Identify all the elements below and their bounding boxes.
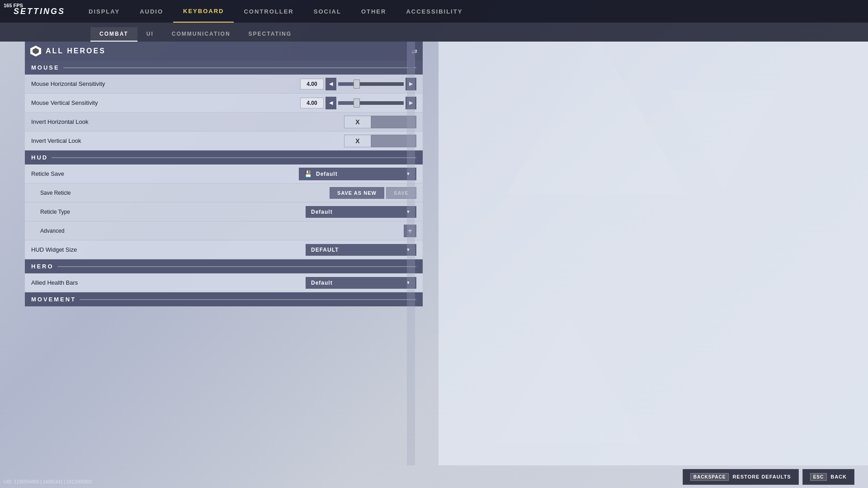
hero-section-title: HERO <box>31 263 54 270</box>
mouse-h-slider[interactable] <box>338 82 404 86</box>
settings-panel: MOUSE Mouse Horizontal Sensitivity 4.00 … <box>25 61 423 306</box>
reticle-type-label: Reticle Type <box>31 209 306 215</box>
reticle-type-row: Reticle Type Default ▼ <box>25 202 423 221</box>
top-navigation: SETTINGS DISPLAY AUDIO KEYBOARD CONTROLL… <box>0 0 868 23</box>
mouse-v-value: 4.00 <box>300 98 324 108</box>
movement-section-line <box>80 299 416 300</box>
scrollbar[interactable] <box>407 42 415 465</box>
hero-title: ALL HEROES <box>46 47 407 55</box>
sub-tabs: COMBAT UI COMMUNICATION SPECTATING <box>0 23 868 42</box>
mouse-h-value: 4.00 <box>300 79 324 89</box>
nav-item-other[interactable]: OTHER <box>351 0 396 23</box>
nav-item-social[interactable]: SOCIAL <box>304 0 351 23</box>
scrollbar-thumb[interactable] <box>408 42 414 69</box>
hero-section-line <box>57 266 416 267</box>
allied-health-bars-row: Allied Health Bars Default ▼ <box>25 273 423 292</box>
nav-items: DISPLAY AUDIO KEYBOARD CONTROLLER SOCIAL… <box>79 0 472 23</box>
nav-item-keyboard[interactable]: KEYBOARD <box>173 0 234 23</box>
save-reticle-row: Save Reticle SAVE AS NEW SAVE <box>25 183 423 202</box>
reticle-save-label: Reticle Save <box>31 170 299 177</box>
mouse-horizontal-sensitivity-control: 4.00 ◀ ▶ <box>300 78 416 90</box>
hud-widget-size-value: DEFAULT <box>311 247 402 253</box>
nav-item-display[interactable]: DISPLAY <box>79 0 130 23</box>
right-panel <box>439 42 868 465</box>
movement-section-header: MOVEMENT <box>25 292 423 306</box>
hero-section-header: HERO <box>25 259 423 273</box>
svg-marker-0 <box>33 48 39 54</box>
subtab-ui[interactable]: UI <box>137 27 163 42</box>
allied-health-bars-value: Default <box>311 280 402 286</box>
hero-header: ALL HEROES ⇄ <box>25 42 423 61</box>
main-content: ALL HEROES ⇄ MOUSE Mouse Horizontal Sens… <box>25 42 423 465</box>
bottom-bar: BACKSPACE RESTORE DEFAULTS ESC BACK <box>0 465 868 488</box>
invert-vertical-x[interactable]: X <box>344 135 371 147</box>
subtab-spectating[interactable]: SPECTATING <box>240 27 301 42</box>
back-label: BACK <box>830 474 847 479</box>
advanced-label: Advanced <box>31 228 404 234</box>
restore-key: BACKSPACE <box>690 473 729 481</box>
nav-item-accessibility[interactable]: ACCESSIBILITY <box>396 0 472 23</box>
save-icon: 💾 <box>304 170 312 178</box>
mouse-section-line <box>63 67 416 68</box>
mouse-v-decrease[interactable]: ◀ <box>326 97 336 109</box>
mouse-horizontal-sensitivity-label: Mouse Horizontal Sensitivity <box>31 80 300 87</box>
back-key: ESC <box>810 473 827 481</box>
hud-section-line <box>52 157 416 158</box>
hud-widget-size-row: HUD Widget Size DEFAULT ▼ <box>25 240 423 259</box>
reticle-save-dropdown[interactable]: 💾 Default ▼ <box>299 168 416 180</box>
hud-widget-size-label: HUD Widget Size <box>31 246 306 253</box>
invert-vertical-row: Invert Vertical Look X <box>25 131 423 150</box>
hud-section-title: HUD <box>31 154 48 161</box>
mouse-section-title: MOUSE <box>31 64 60 71</box>
reticle-save-row: Reticle Save 💾 Default ▼ <box>25 164 423 183</box>
hud-section-header: HUD <box>25 150 423 164</box>
mouse-h-decrease[interactable]: ◀ <box>326 78 336 90</box>
invert-vertical-label: Invert Vertical Look <box>31 137 344 144</box>
hero-icon <box>30 46 41 56</box>
save-as-new-button[interactable]: SAVE AS NEW <box>330 187 384 199</box>
invert-vertical-toggle: X <box>344 135 416 147</box>
mouse-vertical-sensitivity-row: Mouse Vertical Sensitivity 4.00 ◀ ▶ <box>25 94 423 113</box>
subtab-combat[interactable]: COMBAT <box>90 27 137 42</box>
subtab-communication[interactable]: COMMUNICATION <box>163 27 240 42</box>
mouse-v-thumb[interactable] <box>354 99 360 108</box>
mouse-horizontal-sensitivity-row: Mouse Horizontal Sensitivity 4.00 ◀ ▶ <box>25 75 423 94</box>
reticle-type-dropdown[interactable]: Default ▼ <box>306 206 416 218</box>
invert-horizontal-label: Invert Horizontal Look <box>31 118 344 125</box>
mouse-vertical-sensitivity-label: Mouse Vertical Sensitivity <box>31 99 300 106</box>
restore-label: RESTORE DEFAULTS <box>732 474 791 479</box>
mouse-h-thumb[interactable] <box>354 80 360 89</box>
allied-health-bars-label: Allied Health Bars <box>31 279 306 286</box>
fps-counter: 165 FPS <box>4 3 23 8</box>
save-reticle-buttons: SAVE AS NEW SAVE <box>330 187 416 199</box>
invert-horizontal-toggle: X <box>344 116 416 128</box>
hud-widget-size-dropdown[interactable]: DEFAULT ▼ <box>306 244 416 256</box>
mouse-v-slider[interactable] <box>338 101 404 105</box>
nav-item-controller[interactable]: CONTROLLER <box>234 0 303 23</box>
back-button[interactable]: ESC BACK <box>802 469 854 485</box>
invert-horizontal-x[interactable]: X <box>344 116 371 128</box>
reticle-type-value: Default <box>311 209 402 215</box>
mouse-section-header: MOUSE <box>25 61 423 75</box>
reticle-save-value: Default <box>316 171 402 177</box>
advanced-row: Advanced + <box>25 221 423 240</box>
debug-info: UID: 1195594800 | 14091441 | 2412000903 <box>4 479 92 484</box>
restore-defaults-button[interactable]: BACKSPACE RESTORE DEFAULTS <box>683 469 799 485</box>
allied-health-bars-dropdown[interactable]: Default ▼ <box>306 277 416 289</box>
movement-section-title: MOVEMENT <box>31 296 76 303</box>
mouse-vertical-sensitivity-control: 4.00 ◀ ▶ <box>300 97 416 109</box>
save-reticle-label: Save Reticle <box>31 190 330 196</box>
invert-horizontal-row: Invert Horizontal Look X <box>25 113 423 131</box>
nav-item-audio[interactable]: AUDIO <box>130 0 173 23</box>
